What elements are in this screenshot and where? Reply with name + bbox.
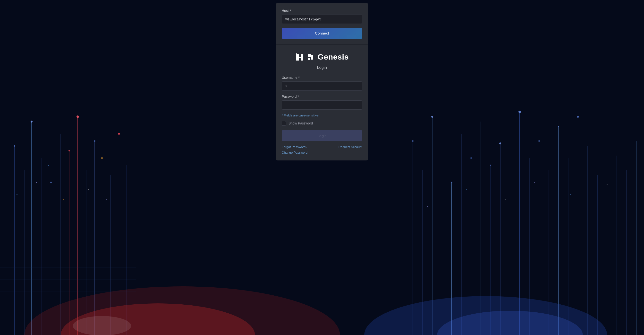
genesis-brand-icon (306, 53, 315, 62)
host-card: Host * Connect (276, 3, 368, 45)
login-button[interactable]: Login (282, 130, 362, 141)
username-group: Username * (282, 76, 362, 91)
username-label: Username * (282, 76, 362, 80)
password-label: Password * (282, 95, 362, 99)
password-input[interactable] (282, 100, 362, 110)
show-password-checkbox[interactable] (282, 121, 286, 125)
change-password-row: Change Password (282, 150, 362, 155)
links-row: Forgot Password? Request Account (282, 145, 362, 149)
login-title: Login (282, 65, 362, 70)
request-account-link[interactable]: Request Account (338, 145, 362, 149)
forgot-password-link[interactable]: Forgot Password? (282, 145, 308, 149)
cards-wrapper: Host * Connect Genesis Login Username (276, 3, 368, 160)
change-password-link[interactable]: Change Password (282, 151, 308, 154)
login-card: Genesis Login Username * Password * * Fi… (276, 45, 368, 160)
username-input[interactable] (282, 82, 362, 91)
host-label: Host * (282, 9, 362, 13)
genesis-logo-icon (295, 53, 304, 62)
show-password-label: Show Password (288, 121, 313, 125)
main-content: Host * Connect Genesis Login Username (0, 0, 644, 335)
app-name: Genesis (318, 53, 349, 62)
host-input[interactable] (282, 15, 362, 24)
show-password-row: Show Password (282, 121, 362, 125)
password-group: Password * (282, 95, 362, 110)
genesis-logo: Genesis (282, 53, 362, 62)
connect-button[interactable]: Connect (282, 28, 362, 39)
case-sensitive-note: * Fields are case-sensitive (282, 114, 362, 117)
